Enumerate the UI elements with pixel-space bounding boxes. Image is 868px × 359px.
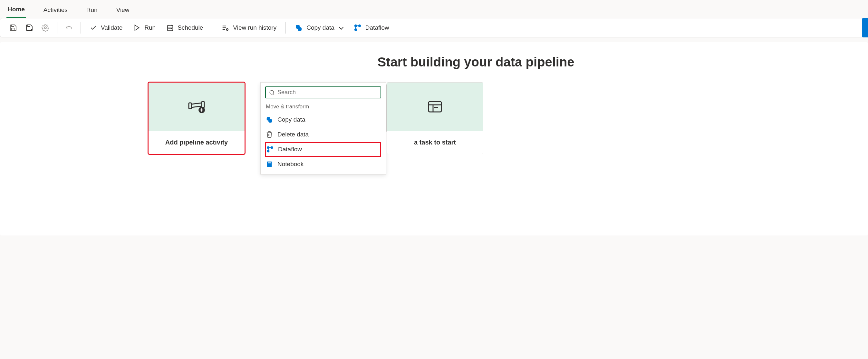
copy-data-label: Copy data [306, 24, 335, 31]
activity-search-dropdown: Move & transform Copy data Delete dat [260, 82, 386, 174]
page-title: Start building your data pipeline [84, 55, 868, 70]
dataflow-icon [267, 146, 274, 153]
svg-point-32 [268, 150, 269, 152]
svg-point-30 [268, 147, 269, 149]
menu-item-label: Notebook [277, 161, 304, 168]
save-icon [9, 24, 17, 32]
undo-icon [65, 24, 73, 32]
tab-run[interactable]: Run [85, 4, 99, 18]
svg-point-0 [44, 27, 46, 29]
svg-rect-20 [202, 102, 204, 107]
template-icon [427, 100, 443, 113]
card-icon-area [149, 83, 245, 131]
card-task-to-start[interactable]: a task to start [386, 82, 483, 154]
tab-activities[interactable]: Activities [42, 4, 69, 18]
history-icon [221, 24, 229, 31]
edge-indicator [862, 18, 868, 37]
svg-point-7 [170, 28, 170, 29]
svg-marker-1 [135, 25, 139, 31]
starter-cards: Add pipeline activity Move & transform C… [0, 82, 868, 154]
validate-label: Validate [101, 24, 122, 31]
svg-line-21 [191, 103, 202, 104]
save-edit-icon [26, 24, 33, 32]
run-button[interactable]: Run [129, 22, 160, 33]
trash-icon [266, 131, 273, 138]
ribbon-tabs: Home Activities Run View [0, 0, 868, 18]
view-run-history-label: View run history [233, 24, 276, 31]
svg-point-26 [270, 90, 274, 94]
dataflow-button[interactable]: Dataflow [349, 22, 394, 33]
check-icon [90, 24, 97, 31]
settings-button[interactable] [38, 22, 53, 33]
run-label: Run [144, 24, 156, 31]
card-add-pipeline-activity[interactable]: Add pipeline activity [148, 82, 245, 154]
save-button[interactable] [6, 22, 20, 33]
view-run-history-button[interactable]: View run history [217, 22, 281, 33]
svg-line-27 [273, 93, 274, 94]
calendar-icon [166, 24, 174, 31]
schedule-button[interactable]: Schedule [162, 22, 208, 33]
group-move-transform: Move & transform [261, 102, 386, 112]
separator [57, 22, 57, 33]
menu-item-notebook[interactable]: Notebook [261, 157, 386, 172]
svg-rect-34 [268, 163, 271, 164]
menu-item-copy-data[interactable]: Copy data [261, 112, 386, 127]
svg-point-6 [169, 28, 169, 29]
save-as-button[interactable] [22, 22, 36, 33]
database-icon [266, 116, 273, 123]
ribbon-toolbar: Validate Run Schedule View run history [0, 18, 868, 37]
svg-point-16 [355, 25, 357, 27]
separator [212, 22, 212, 33]
canvas-area: Start building your data pipeline Add pi… [0, 42, 868, 236]
search-input[interactable] [277, 89, 377, 96]
tab-home[interactable]: Home [6, 3, 26, 18]
copy-data-button[interactable]: Copy data [290, 22, 347, 33]
menu-item-delete-data[interactable]: Delete data [261, 127, 386, 142]
svg-rect-35 [429, 102, 441, 112]
chevron-down-icon [339, 25, 343, 29]
menu-item-dataflow[interactable]: Dataflow [265, 142, 381, 157]
notebook-icon [266, 161, 273, 168]
separator [285, 22, 286, 33]
card-icon-area [387, 83, 483, 131]
play-icon [133, 24, 141, 31]
separator [81, 22, 81, 33]
menu-item-label: Copy data [277, 116, 305, 123]
svg-point-17 [359, 25, 361, 27]
search-icon [269, 90, 275, 95]
gear-icon [41, 24, 49, 32]
search-box[interactable] [265, 86, 381, 99]
dataflow-label: Dataflow [365, 24, 389, 31]
svg-point-8 [171, 28, 172, 29]
pipeline-add-icon [188, 100, 206, 114]
menu-item-label: Dataflow [278, 146, 302, 153]
database-icon [295, 24, 303, 32]
svg-point-31 [271, 147, 273, 149]
tab-view[interactable]: View [115, 4, 131, 18]
svg-rect-33 [267, 162, 272, 167]
undo-button[interactable] [62, 22, 76, 33]
card-label: a task to start [387, 131, 483, 154]
svg-rect-19 [189, 103, 191, 109]
svg-point-18 [355, 29, 357, 31]
schedule-label: Schedule [178, 24, 203, 31]
menu-item-label: Delete data [277, 131, 309, 138]
card-label: Add pipeline activity [149, 131, 245, 154]
validate-button[interactable]: Validate [85, 22, 127, 33]
dataflow-icon [354, 24, 362, 32]
